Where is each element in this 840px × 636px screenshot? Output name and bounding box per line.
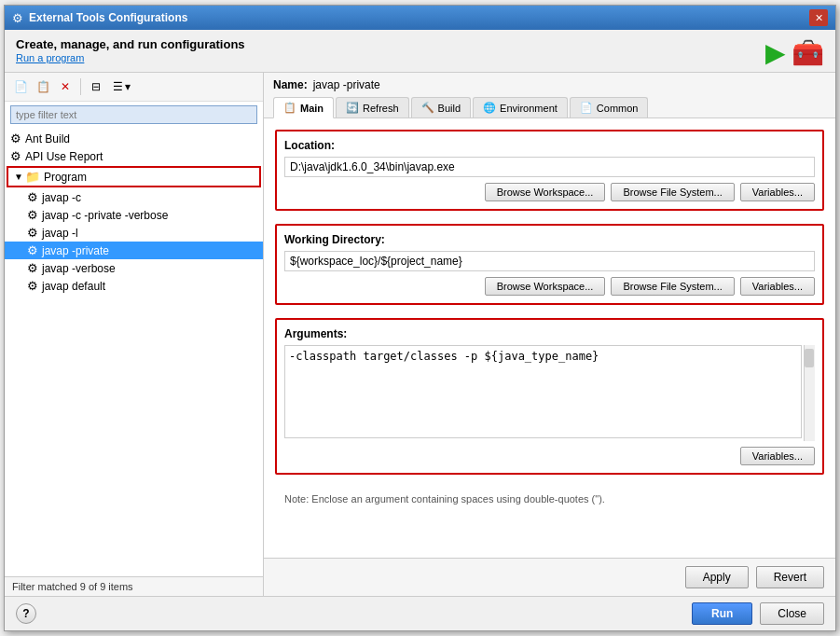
left-panel: 📄 📋 ✕ ⊟ ☰ ▾ ⚙ Ant Build ⚙ <box>5 73 264 596</box>
window-title: External Tools Configurations <box>29 11 187 24</box>
chevron-down-icon: ▾ <box>125 80 131 93</box>
program-folder-icon: 📁 <box>25 170 40 184</box>
close-dialog-button[interactable]: Close <box>760 602 824 625</box>
api-use-icon: ⚙ <box>10 149 21 163</box>
header-title: Create, manage, and run configurations <box>16 37 245 51</box>
javap-verbose-label: javap -verbose <box>42 262 116 275</box>
working-dir-input[interactable] <box>284 251 815 271</box>
location-browse-workspace-button[interactable]: Browse Workspace... <box>485 183 606 201</box>
arguments-label: Arguments: <box>284 327 815 340</box>
arguments-textarea-wrapper <box>284 345 815 441</box>
window-icon: ⚙ <box>12 11 23 25</box>
refresh-tab-label: Refresh <box>363 103 399 114</box>
help-button[interactable]: ? <box>16 603 36 624</box>
new-config-button[interactable]: 📄 <box>10 76 31 97</box>
program-expand-icon: ▼ <box>14 172 23 182</box>
apply-revert-area: Apply Revert <box>264 558 835 596</box>
close-window-button[interactable]: ✕ <box>809 9 828 26</box>
environment-tab-label: Environment <box>500 103 558 114</box>
javap-private-icon: ⚙ <box>27 243 38 257</box>
refresh-tab-icon: 🔄 <box>346 102 359 114</box>
revert-button[interactable]: Revert <box>756 566 824 588</box>
toolbox-icon: 🧰 <box>792 37 824 68</box>
tab-common[interactable]: 📄 Common <box>570 97 649 118</box>
tree-item-javap-c[interactable]: ⚙ javap -c <box>5 188 263 206</box>
javap-default-icon: ⚙ <box>27 279 38 293</box>
tree-item-program[interactable]: ▼ 📁 Program <box>8 168 259 186</box>
javap-verbose-icon: ⚙ <box>27 261 38 275</box>
location-label: Location: <box>284 139 815 152</box>
program-label: Program <box>44 171 87 184</box>
common-tab-icon: 📄 <box>580 102 593 114</box>
build-tab-label: Build <box>438 103 461 114</box>
apply-button[interactable]: Apply <box>685 566 749 588</box>
javap-default-label: javap default <box>42 280 105 293</box>
filter-input[interactable] <box>10 105 257 124</box>
javap-c-pv-icon: ⚙ <box>27 208 38 222</box>
common-tab-label: Common <box>597 103 639 114</box>
workdir-variables-button[interactable]: Variables... <box>740 277 815 296</box>
content-area: Location: Browse Workspace... Browse Fil… <box>264 118 835 558</box>
javap-l-icon: ⚙ <box>27 226 38 240</box>
title-bar: ⚙ External Tools Configurations ✕ <box>5 6 835 30</box>
tree-item-javap-default[interactable]: ⚙ javap default <box>5 277 263 295</box>
tree-item-javap-verbose[interactable]: ⚙ javap -verbose <box>5 259 263 277</box>
ant-build-label: Ant Build <box>25 132 70 145</box>
javap-c-pv-label: javap -c -private -verbose <box>42 209 168 222</box>
config-dropdown[interactable]: ☰ ▾ <box>108 77 135 96</box>
tree-item-api-use-report[interactable]: ⚙ API Use Report <box>5 147 263 165</box>
javap-c-label: javap -c <box>42 191 81 204</box>
location-buttons: Browse Workspace... Browse File System..… <box>284 183 815 201</box>
javap-private-label: javap -private <box>42 244 109 257</box>
dialog-bottom: ? Run Close <box>5 596 835 630</box>
header-text: Create, manage, and run configurations R… <box>16 37 245 64</box>
scrollbar-thumb <box>805 349 814 367</box>
dialog-action-buttons: Run Close <box>692 602 824 625</box>
tree-item-ant-build[interactable]: ⚙ Ant Build <box>5 130 263 147</box>
run-button[interactable]: Run <box>692 602 752 625</box>
right-panel: Name: javap -private 📋 Main 🔄 Refresh 🔨 … <box>264 73 835 596</box>
location-group: Location: Browse Workspace... Browse Fil… <box>275 130 824 211</box>
header-area: Create, manage, and run configurations R… <box>5 30 835 72</box>
tree-item-javap-c-private-verbose[interactable]: ⚙ javap -c -private -verbose <box>5 206 263 224</box>
tab-refresh[interactable]: 🔄 Refresh <box>336 97 409 118</box>
workdir-browse-workspace-button[interactable]: Browse Workspace... <box>485 277 606 296</box>
working-dir-group: Working Directory: Browse Workspace... B… <box>275 224 824 305</box>
api-use-label: API Use Report <box>25 150 103 163</box>
dropdown-label: ☰ <box>113 80 123 93</box>
tree-item-javap-l[interactable]: ⚙ javap -l <box>5 224 263 242</box>
tab-build[interactable]: 🔨 Build <box>411 97 471 118</box>
arguments-group: Arguments: Variables... <box>275 318 824 475</box>
delete-config-button[interactable]: ✕ <box>55 76 76 97</box>
tab-environment[interactable]: 🌐 Environment <box>473 97 568 118</box>
copy-config-button[interactable]: 📋 <box>33 76 53 97</box>
location-browse-filesystem-button[interactable]: Browse File System... <box>611 183 734 201</box>
program-highlight-box: ▼ 📁 Program <box>7 166 261 187</box>
arguments-variables-button[interactable]: Variables... <box>740 447 815 465</box>
left-toolbar: 📄 📋 ✕ ⊟ ☰ ▾ <box>5 73 263 102</box>
location-variables-button[interactable]: Variables... <box>740 183 815 201</box>
status-bar: Filter matched 9 of 9 items <box>5 576 263 596</box>
build-tab-icon: 🔨 <box>421 102 434 114</box>
header-subtitle[interactable]: Run a program <box>16 52 84 63</box>
filter-status: Filter matched 9 of 9 items <box>12 581 133 592</box>
arguments-buttons: Variables... <box>284 447 815 465</box>
name-value: javap -private <box>313 78 380 91</box>
working-dir-label: Working Directory: <box>284 233 815 246</box>
main-window: ⚙ External Tools Configurations ✕ Create… <box>4 5 836 631</box>
working-dir-buttons: Browse Workspace... Browse File System..… <box>284 277 815 296</box>
tree-item-javap-private[interactable]: ⚙ javap -private <box>5 242 263 259</box>
run-header-icon: ▶ <box>765 37 786 68</box>
main-area: 📄 📋 ✕ ⊟ ☰ ▾ ⚙ Ant Build ⚙ <box>5 72 835 596</box>
main-tab-icon: 📋 <box>283 102 296 114</box>
name-bar: Name: javap -private <box>264 73 835 97</box>
workdir-browse-filesystem-button[interactable]: Browse File System... <box>611 277 734 296</box>
title-bar-left: ⚙ External Tools Configurations <box>12 11 187 25</box>
environment-tab-icon: 🌐 <box>483 102 496 114</box>
collapse-all-button[interactable]: ⊟ <box>86 76 106 97</box>
config-tree: ⚙ Ant Build ⚙ API Use Report ▼ 📁 Program <box>5 128 263 576</box>
tab-main[interactable]: 📋 Main <box>273 97 334 118</box>
arguments-textarea[interactable] <box>284 345 802 438</box>
arguments-scrollbar[interactable] <box>804 345 815 441</box>
location-input[interactable] <box>284 157 815 177</box>
